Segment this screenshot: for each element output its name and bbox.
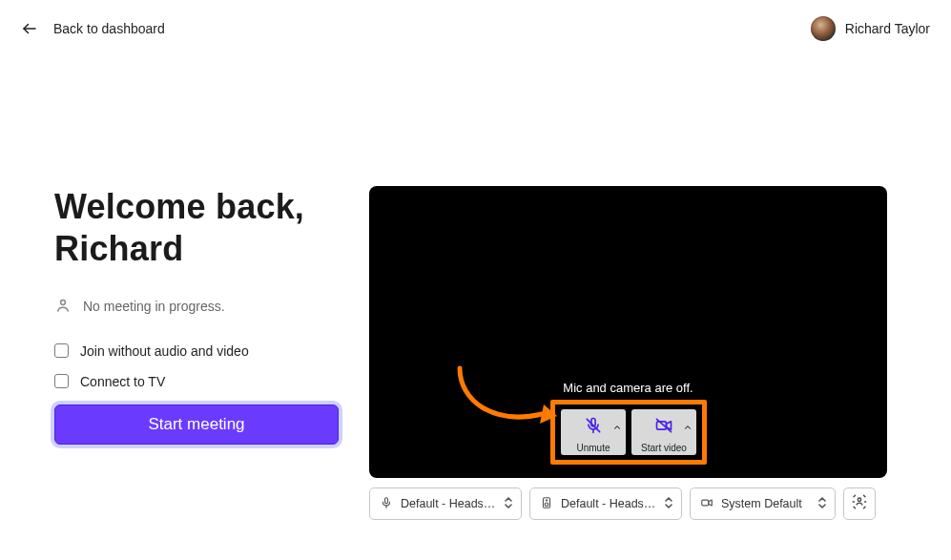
person-icon bbox=[54, 297, 72, 317]
join-without-av-label: Join without audio and video bbox=[80, 343, 249, 359]
header: Back to dashboard Richard Taylor bbox=[0, 0, 951, 57]
video-preview-column: Mic and camera are off. U bbox=[369, 186, 887, 520]
back-to-dashboard-link[interactable]: Back to dashboard bbox=[21, 20, 165, 37]
svg-line-22 bbox=[864, 507, 866, 508]
welcome-line1: Welcome back, bbox=[54, 187, 304, 226]
mic-off-icon bbox=[584, 416, 603, 439]
virtual-background-button[interactable] bbox=[843, 487, 876, 520]
camera-select[interactable]: System Default bbox=[690, 487, 836, 520]
svg-point-13 bbox=[546, 499, 547, 500]
start-meeting-button[interactable]: Start meeting bbox=[54, 404, 339, 445]
svg-line-17 bbox=[854, 495, 856, 497]
stepper-icon bbox=[664, 496, 673, 512]
start-meeting-label: Start meeting bbox=[148, 415, 244, 434]
join-without-av-option[interactable]: Join without audio and video bbox=[54, 343, 341, 359]
microphone-select[interactable]: Default - Headset Mi… bbox=[369, 487, 522, 520]
camera-select-value: System Default bbox=[721, 497, 810, 510]
avatar bbox=[811, 16, 836, 41]
svg-point-12 bbox=[545, 503, 548, 507]
welcome-line2: Richard bbox=[54, 229, 183, 268]
svg-point-16 bbox=[858, 498, 860, 501]
virtual-background-icon bbox=[851, 493, 868, 514]
stepper-icon bbox=[817, 496, 827, 512]
annotation-highlight: Unmute Start video bbox=[550, 400, 707, 465]
meeting-status: No meeting in progress. bbox=[54, 297, 341, 317]
unmute-label: Unmute bbox=[576, 443, 610, 453]
user-name: Richard Taylor bbox=[845, 21, 930, 36]
svg-line-18 bbox=[864, 495, 866, 497]
microphone-icon bbox=[380, 496, 393, 512]
unmute-button[interactable]: Unmute bbox=[561, 409, 626, 455]
chevron-up-icon[interactable] bbox=[612, 419, 622, 436]
start-video-button[interactable]: Start video bbox=[631, 409, 696, 455]
chevron-up-icon[interactable] bbox=[683, 419, 693, 436]
start-video-label: Start video bbox=[641, 443, 687, 453]
connect-to-tv-option[interactable]: Connect to TV bbox=[54, 374, 341, 389]
svg-rect-9 bbox=[385, 497, 388, 503]
stepper-icon bbox=[504, 496, 513, 512]
arrow-left-icon bbox=[21, 20, 38, 37]
preview-status-text: Mic and camera are off. bbox=[369, 381, 887, 395]
connect-to-tv-label: Connect to TV bbox=[80, 374, 165, 389]
device-selector-row: Default - Headset Mi… Default - Headset … bbox=[369, 487, 887, 520]
speaker-icon bbox=[540, 496, 553, 512]
back-to-dashboard-label: Back to dashboard bbox=[53, 21, 165, 36]
speaker-select-value: Default - Headset Ea… bbox=[561, 497, 656, 510]
user-menu[interactable]: Richard Taylor bbox=[811, 16, 930, 41]
microphone-select-value: Default - Headset Mi… bbox=[401, 497, 496, 510]
svg-line-21 bbox=[854, 507, 856, 508]
checkbox-icon bbox=[54, 343, 69, 358]
svg-marker-15 bbox=[709, 500, 713, 506]
meeting-status-text: No meeting in progress. bbox=[83, 299, 225, 314]
welcome-panel: Welcome back, Richard No meeting in prog… bbox=[54, 186, 341, 520]
speaker-select[interactable]: Default - Headset Ea… bbox=[529, 487, 682, 520]
svg-rect-14 bbox=[702, 500, 709, 506]
camera-off-icon bbox=[653, 416, 674, 439]
video-preview: Mic and camera are off. U bbox=[369, 186, 887, 478]
svg-point-1 bbox=[61, 300, 66, 304]
annotation-arrow-icon bbox=[450, 363, 565, 439]
welcome-title: Welcome back, Richard bbox=[54, 186, 341, 270]
checkbox-icon bbox=[54, 374, 69, 388]
camera-icon bbox=[700, 496, 713, 512]
